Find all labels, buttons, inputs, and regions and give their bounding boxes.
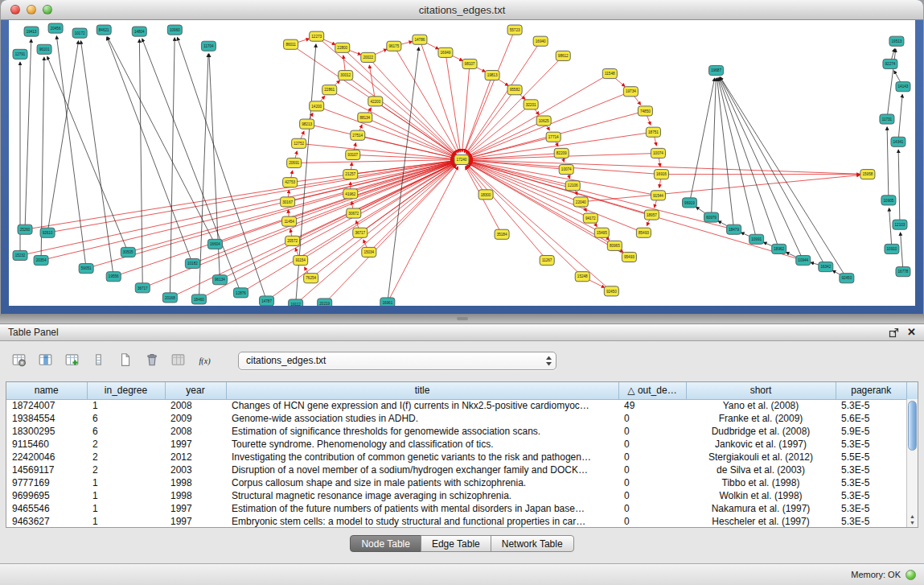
table-cell[interactable]: 18300295 [6,425,87,438]
network-canvas[interactable]: 1724076254911542057211454301674275320691… [9,20,915,306]
graph-node[interactable]: 95493 [622,252,636,262]
table-row[interactable]: 1830029562008Estimation of significance … [6,425,906,438]
table-cell[interactable]: 9699695 [6,489,87,502]
graph-node[interactable]: 19513 [889,36,904,46]
graph-edge[interactable] [581,175,860,202]
table-cell[interactable]: Jankovic et al. (1997) [686,438,836,451]
panel-splitter[interactable] [0,314,924,323]
table-cell[interactable]: 9115460 [6,438,87,451]
graph-edge[interactable] [470,162,803,260]
graph-edge[interactable] [394,46,458,153]
window-minimize-button[interactable] [27,5,36,14]
graph-edge[interactable] [388,47,419,303]
graph-node[interactable]: 42753 [283,178,298,187]
table-cell[interactable]: 1997 [165,502,226,515]
graph-node[interactable]: 19813 [485,71,499,80]
table-cell[interactable]: 5.3E-5 [836,502,906,515]
graph-node[interactable]: 16604 [207,239,222,249]
graph-edge[interactable] [47,57,128,253]
table-cell[interactable]: Nakamura et al. (1997) [686,502,836,515]
graph-node[interactable]: 18300 [478,190,493,200]
table-cell[interactable]: Yano et al. (2008) [686,399,836,412]
table-cell[interactable]: 9465546 [6,502,87,515]
graph-edge[interactable] [199,163,454,299]
table-cell[interactable]: 5.5E-5 [836,451,906,463]
graph-node[interactable]: 85493 [636,228,651,237]
graph-node[interactable]: 35184 [495,229,509,239]
window-zoom-button[interactable] [43,5,52,14]
graph-node[interactable]: 10991 [749,234,764,244]
graph-node[interactable]: 14143 [896,82,910,92]
graph-node[interactable]: 12106 [565,181,580,191]
graph-edge[interactable] [47,41,78,233]
graph-edge[interactable] [108,37,216,244]
graph-edge[interactable] [469,164,630,257]
graph-node[interactable]: 14804 [132,27,146,36]
graph-node[interactable]: 86011 [284,39,298,49]
graph-node[interactable]: 14787 [260,296,274,306]
graph-node[interactable]: 92610 [40,228,55,237]
table-cell[interactable]: Changes of HCN gene expression and I(f) … [226,399,618,412]
graph-edge[interactable] [712,79,717,217]
graph-node[interactable]: 20354 [34,255,48,265]
graph-edge[interactable] [325,166,456,303]
graph-node[interactable]: 10905 [881,196,896,205]
graph-node[interactable]: 74850 [638,106,652,116]
graph-edge[interactable] [718,78,757,239]
graph-node[interactable]: 36717 [135,283,150,293]
table-row[interactable]: 911546021997Tourette syndrome. Phenomeno… [6,438,906,451]
graph-node[interactable]: 19112 [289,299,303,306]
graph-edge[interactable] [887,127,889,200]
graph-edge[interactable] [369,65,375,101]
table-cell[interactable]: 0 [618,425,686,438]
column-header-title[interactable]: title [226,382,618,399]
graph-node[interactable]: 20691 [287,158,302,167]
table-selector[interactable]: citations_edges.txt [238,352,556,370]
table-cell[interactable]: 2008 [165,399,226,412]
tab-node-table[interactable]: Node Table [350,535,421,552]
graph-node[interactable]: 14341 [891,137,906,146]
table-cell[interactable]: Genome-wide association studies in ADHD. [226,412,618,425]
graph-edge[interactable] [469,163,615,245]
table-cell[interactable]: 14569117 [6,463,87,476]
graph-node[interactable]: 96919 [682,198,696,208]
graph-node[interactable]: 11454 [282,216,297,226]
table-cell[interactable]: Dudbridge et al. (2008) [686,425,836,438]
table-cell[interactable]: 1 [87,399,165,412]
graph-edge[interactable] [170,38,175,298]
table-cell[interactable]: 2 [87,463,165,476]
table-cell[interactable]: 5.6E-5 [836,412,906,425]
table-cell[interactable]: 22420046 [6,451,87,463]
table-cell[interactable]: 5.9E-5 [836,425,906,438]
graph-node[interactable]: 15034 [362,247,376,257]
graph-node[interactable]: 59051 [79,264,93,274]
delete-table-icon[interactable] [141,350,162,371]
graph-edge[interactable] [25,39,31,229]
graph-node[interactable]: 10172 [72,28,87,38]
graph-node[interactable]: 11548 [602,69,617,79]
function-builder-icon[interactable]: f(x) [194,350,216,371]
table-cell[interactable]: 1 [87,476,165,489]
graph-node[interactable]: 17714 [546,132,561,142]
graph-edge[interactable] [462,64,470,151]
table-cell[interactable]: 0 [618,515,686,528]
graph-node[interactable]: 95582 [507,85,522,95]
graph-node[interactable]: 12752 [292,138,306,148]
table-row[interactable]: 946554611997Estimation of the future num… [6,502,906,515]
graph-node[interactable]: 19734 [623,87,638,97]
graph-edge[interactable] [889,208,892,249]
graph-edge[interactable] [466,90,515,154]
graph-node[interactable]: 96175 [387,41,401,51]
table-cell[interactable]: 1998 [165,489,226,502]
table-cell[interactable]: 5.3E-5 [836,463,906,476]
table-row[interactable]: 946362711997Embryonic stem cells: a mode… [6,515,906,528]
table-cell[interactable]: 2003 [165,463,226,476]
float-panel-icon[interactable] [889,328,899,338]
scrollbar-arrows-icon[interactable]: ▲▼ [907,513,918,526]
table-cell[interactable]: Stergiakouli et al. (2012) [686,451,836,463]
tab-edge-table[interactable]: Edge Table [421,535,491,552]
table-cell[interactable]: de Silva et al. (2003) [686,463,836,476]
table-cell[interactable]: Estimation of significance thresholds fo… [226,425,618,438]
graph-edge[interactable] [139,39,142,288]
graph-node[interactable]: 11267 [540,255,554,265]
